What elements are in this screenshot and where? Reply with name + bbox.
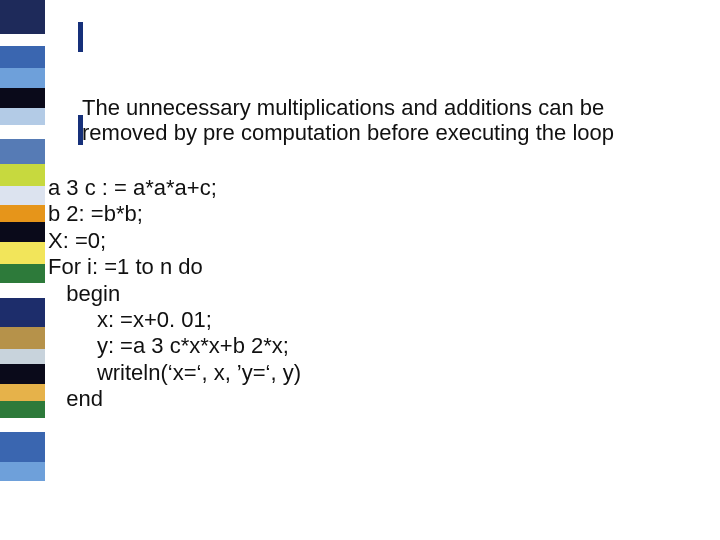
stripe bbox=[0, 384, 45, 401]
code-line: x: =x+0. 01; bbox=[48, 307, 212, 332]
stripe bbox=[0, 298, 45, 327]
stripe bbox=[0, 68, 45, 88]
stripe bbox=[0, 327, 45, 349]
code-line: a 3 c : = a*a*a+c; bbox=[48, 175, 217, 200]
slide: The unnecessary multiplications and addi… bbox=[0, 0, 720, 540]
code-block: a 3 c : = a*a*a+c; b 2: =b*b; X: =0; For… bbox=[48, 175, 301, 413]
stripe bbox=[0, 481, 45, 540]
stripe bbox=[0, 34, 45, 46]
stripe bbox=[0, 462, 45, 482]
stripe bbox=[0, 46, 45, 68]
description-text: The unnecessary multiplications and addi… bbox=[82, 95, 682, 146]
stripe bbox=[0, 186, 45, 206]
stripe bbox=[0, 125, 45, 140]
stripe bbox=[0, 0, 45, 34]
stripe bbox=[0, 401, 45, 418]
code-line: y: =a 3 c*x*x+b 2*x; bbox=[48, 333, 289, 358]
stripe bbox=[0, 88, 45, 108]
code-line: For i: =1 to n do bbox=[48, 254, 203, 279]
code-line: writeln(‘x=‘, x, ’y=‘, y) bbox=[48, 360, 301, 385]
stripe bbox=[0, 349, 45, 364]
stripe bbox=[0, 242, 45, 264]
bullet-bar bbox=[78, 22, 83, 52]
stripe bbox=[0, 139, 45, 163]
code-line: X: =0; bbox=[48, 228, 106, 253]
stripe bbox=[0, 222, 45, 242]
stripe bbox=[0, 364, 45, 384]
stripe bbox=[0, 164, 45, 186]
stripe bbox=[0, 432, 45, 461]
code-line: b 2: =b*b; bbox=[48, 201, 143, 226]
stripe bbox=[0, 205, 45, 222]
code-line: begin bbox=[48, 281, 120, 306]
stripe bbox=[0, 108, 45, 125]
stripe bbox=[0, 264, 45, 284]
decorative-stripes bbox=[0, 0, 45, 540]
stripe bbox=[0, 283, 45, 298]
code-line: end bbox=[48, 386, 103, 411]
stripe bbox=[0, 418, 45, 433]
